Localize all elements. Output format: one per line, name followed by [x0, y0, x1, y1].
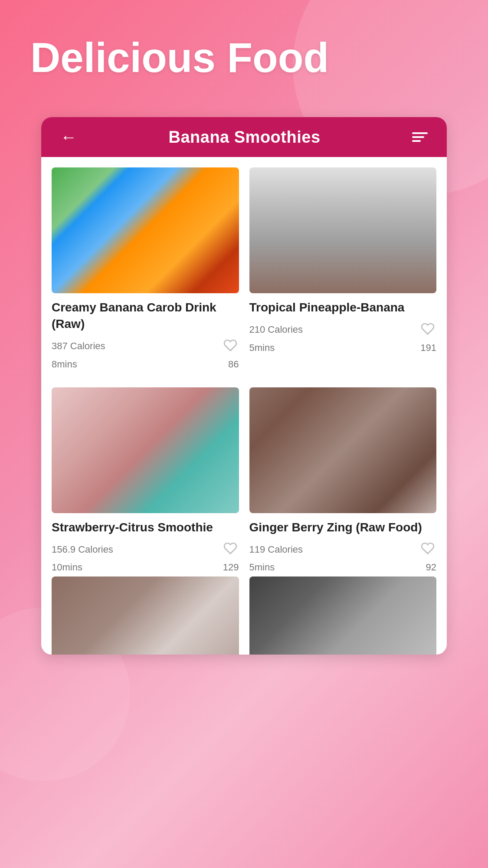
recipe-name-4: Ginger Berry Zing (Raw Food) [249, 519, 437, 536]
bottom-card-image-6 [249, 576, 437, 655]
filter-icon-line2 [412, 136, 424, 138]
heart-icon-2 [421, 322, 435, 336]
recipe-calories-4: 119 Calories [249, 544, 303, 555]
recipe-calories-3: 156.9 Calories [52, 544, 113, 555]
recipe-card-1[interactable]: Creamy Banana Carob Drink (Raw) 387 Calo… [52, 167, 239, 373]
page-title: Delicious Food [30, 35, 329, 81]
recipe-meta-2: 210 Calories [249, 320, 437, 340]
recipe-meta-1: 387 Calories [52, 337, 239, 356]
bottom-card-5[interactable] [52, 576, 239, 655]
heart-button-3[interactable] [222, 540, 239, 559]
filter-icon-line3 [412, 140, 421, 142]
recipe-image-2 [249, 167, 437, 293]
recipe-calories-2: 210 Calories [249, 324, 303, 335]
bottom-card-6[interactable] [249, 576, 437, 655]
recipe-name-3: Strawberry-Citrus Smoothie [52, 519, 239, 536]
filter-button[interactable] [409, 129, 431, 145]
card-header: ← Banana Smoothies [41, 117, 447, 157]
recipe-likes-1: 86 [228, 359, 239, 370]
heart-button-4[interactable] [419, 540, 436, 559]
recipe-image-3 [52, 387, 239, 513]
recipe-meta-4: 119 Calories [249, 540, 437, 559]
recipe-time-1: 8mins [52, 359, 77, 370]
recipe-card-3[interactable]: Strawberry-Citrus Smoothie 156.9 Calorie… [52, 387, 239, 577]
heart-icon-4 [421, 541, 435, 555]
heart-button-1[interactable] [222, 337, 239, 356]
main-card: ← Banana Smoothies Creamy Banana Carob D… [41, 117, 447, 655]
recipe-image-1 [52, 167, 239, 293]
recipe-time-3: 10mins [52, 562, 82, 573]
filter-icon-line1 [412, 132, 428, 134]
recipe-name-2: Tropical Pineapple-Banana [249, 299, 437, 316]
recipe-time-row-4: 5mins 92 [249, 562, 437, 573]
header-title: Banana Smoothies [168, 128, 320, 147]
recipe-likes-2: 191 [420, 342, 436, 354]
recipe-card-2[interactable]: Tropical Pineapple-Banana 210 Calories 5… [249, 167, 437, 373]
recipe-time-4: 5mins [249, 562, 275, 573]
recipe-time-2: 5mins [249, 342, 275, 354]
heart-icon-1 [223, 338, 237, 352]
recipes-grid: Creamy Banana Carob Drink (Raw) 387 Calo… [41, 157, 447, 576]
recipe-time-row-3: 10mins 129 [52, 562, 239, 573]
bottom-card-image-5 [52, 576, 239, 655]
recipe-calories-1: 387 Calories [52, 341, 105, 352]
heart-button-2[interactable] [419, 320, 436, 340]
recipe-card-4[interactable]: Ginger Berry Zing (Raw Food) 119 Calorie… [249, 387, 437, 577]
back-button[interactable]: ← [57, 125, 80, 149]
recipe-likes-3: 129 [223, 562, 239, 573]
recipe-time-row-2: 5mins 191 [249, 342, 437, 354]
heart-icon-3 [223, 541, 237, 555]
recipe-image-4 [249, 387, 437, 513]
recipe-name-1: Creamy Banana Carob Drink (Raw) [52, 299, 239, 332]
recipe-time-row-1: 8mins 86 [52, 359, 239, 370]
recipe-likes-4: 92 [426, 562, 436, 573]
recipe-meta-3: 156.9 Calories [52, 540, 239, 559]
bottom-cards-row [41, 576, 447, 655]
